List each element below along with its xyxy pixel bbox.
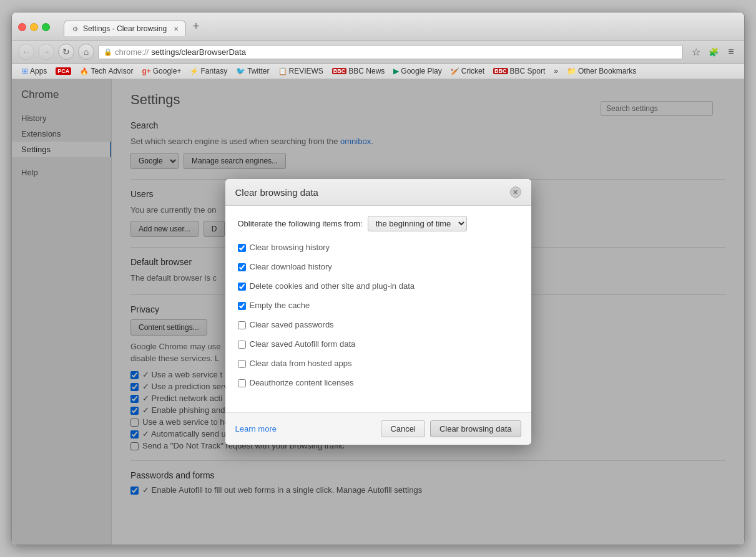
bookmark-tech-advisor[interactable]: 🔥 Tech Advisor (76, 65, 137, 77)
obliterate-label: Obliterate the following items from: (238, 219, 363, 228)
lock-icon: 🔒 (104, 48, 112, 56)
back-button[interactable]: ← (18, 44, 34, 60)
bookmark-more[interactable]: » (550, 65, 562, 77)
bookmark-apps[interactable]: ⊞ Apps (18, 65, 51, 77)
maximize-window-button[interactable] (42, 23, 50, 31)
tab-label: Settings - Clear browsing (83, 24, 167, 33)
nav-bar: ← → ↻ ⌂ 🔒 chrome://settings/clearBrowser… (12, 41, 744, 64)
traffic-lights (18, 23, 50, 31)
cb-passwords[interactable] (238, 321, 246, 329)
bookmark-fantasy-label: Fantasy (200, 67, 227, 75)
home-button[interactable]: ⌂ (78, 44, 94, 60)
address-bar[interactable]: 🔒 chrome://settings/clearBrowserData (98, 45, 683, 59)
dialog-cb-row-hosted-apps: Clear data from hosted apps (238, 359, 519, 368)
new-tab-button[interactable]: + (187, 17, 205, 35)
minimize-window-button[interactable] (30, 23, 38, 31)
bookmark-bbc-sport[interactable]: BBC BBC Sport (489, 65, 549, 77)
dialog-cb-row-passwords: Clear saved passwords (238, 320, 519, 329)
bookmark-google-plus-label: Google+ (153, 67, 182, 75)
cb-browsing-history-label: Clear browsing history (250, 243, 330, 252)
dialog-cb-row-cookies: Delete cookies and other site and plug-i… (238, 281, 519, 291)
time-range-select[interactable]: the beginning of time the past hour the … (368, 216, 467, 231)
cb-cache-label: Empty the cache (250, 301, 310, 310)
dialog-checkboxes: Clear browsing history Clear download hi… (238, 240, 519, 390)
extensions-icon[interactable]: 🧩 (707, 45, 720, 59)
bookmark-star-icon[interactable]: ☆ (689, 45, 703, 59)
dialog-cb-row-cache: Empty the cache (238, 301, 519, 310)
active-tab[interactable]: ⚙ Settings - Clear browsing ✕ (64, 21, 186, 36)
browser-window: ⚙ Settings - Clear browsing ✕ + ← → ↻ ⌂ … (11, 12, 745, 545)
url-path: settings/clearBrowserData (151, 47, 246, 57)
cb-autofill[interactable] (238, 341, 246, 349)
bookmark-twitter[interactable]: 🐦 Twitter (232, 65, 273, 77)
dialog-title: Clear browsing data (235, 187, 318, 198)
bookmark-fantasy[interactable]: ⚡ Fantasy (186, 65, 231, 77)
modal-overlay: Clear browsing data ✕ Obliterate the fol… (12, 79, 744, 545)
url-scheme: chrome:// (115, 47, 149, 57)
tab-bar: ⚙ Settings - Clear browsing ✕ + (64, 17, 205, 36)
dialog-title-bar: Clear browsing data ✕ (225, 179, 531, 206)
reload-button[interactable]: ↻ (58, 44, 74, 60)
dialog-cb-row-licenses: Deauthorize content licenses (238, 378, 519, 387)
clear-browsing-data-button[interactable]: Clear browsing data (430, 420, 521, 437)
bookmark-apps-label: Apps (30, 67, 47, 75)
cb-browsing-history[interactable] (238, 244, 246, 252)
cb-licenses-label: Deauthorize content licenses (250, 378, 354, 387)
cancel-button[interactable]: Cancel (381, 420, 425, 437)
cb-download-history[interactable] (238, 263, 246, 271)
bookmark-tech-advisor-label: Tech Advisor (91, 67, 133, 75)
bookmark-other-label: Other Bookmarks (578, 67, 636, 75)
bookmark-cricket[interactable]: 🏏 Cricket (447, 65, 488, 77)
menu-icon[interactable]: ≡ (724, 45, 738, 59)
title-bar: ⚙ Settings - Clear browsing ✕ + (12, 12, 744, 41)
dialog-cb-row-download-history: Clear download history (238, 262, 519, 271)
dialog-close-button[interactable]: ✕ (510, 186, 521, 198)
bookmark-google-play-label: Google Play (401, 67, 441, 75)
dialog-body: Obliterate the following items from: the… (225, 206, 531, 412)
cb-cookies-label: Delete cookies and other site and plug-i… (250, 281, 415, 291)
bookmark-other[interactable]: 📁 Other Bookmarks (563, 65, 640, 77)
bookmark-google-plus[interactable]: g+ Google+ (138, 65, 185, 77)
bookmark-reviews-label: REVIEWS (289, 67, 323, 75)
bookmark-bbc-news-label: BBC News (348, 67, 385, 75)
cb-licenses[interactable] (238, 379, 246, 387)
bookmark-cricket-label: Cricket (461, 67, 484, 75)
cb-hosted-apps[interactable] (238, 360, 246, 368)
tab-close-button[interactable]: ✕ (172, 24, 180, 33)
bookmark-google-play[interactable]: ▶ Google Play (390, 65, 445, 77)
cb-download-history-label: Clear download history (250, 262, 332, 271)
learn-more-link[interactable]: Learn more (235, 424, 277, 433)
content-area: Chrome History Extensions Settings Help … (12, 79, 744, 545)
close-window-button[interactable] (18, 23, 26, 31)
cb-cache[interactable] (238, 302, 246, 310)
dialog-cb-row-browsing-history: Clear browsing history (238, 243, 519, 252)
tab-favicon: ⚙ (71, 24, 79, 33)
obliterate-row: Obliterate the following items from: the… (238, 216, 519, 231)
bookmark-pca[interactable]: PCA (52, 66, 75, 76)
cb-hosted-apps-label: Clear data from hosted apps (250, 359, 352, 368)
dialog-footer: Learn more Cancel Clear browsing data (225, 412, 531, 445)
forward-button[interactable]: → (38, 44, 54, 60)
nav-icons: ☆ 🧩 ≡ (689, 45, 738, 59)
bookmark-reviews[interactable]: 📋 REVIEWS (275, 65, 327, 77)
bookmarks-bar: ⊞ Apps PCA 🔥 Tech Advisor g+ Google+ ⚡ F… (12, 64, 744, 79)
dialog-cb-row-autofill: Clear saved Autofill form data (238, 339, 519, 349)
bookmark-bbc-news[interactable]: BBC BBC News (328, 65, 389, 77)
dialog-footer-buttons: Cancel Clear browsing data (381, 420, 521, 437)
clear-browsing-data-dialog: Clear browsing data ✕ Obliterate the fol… (225, 179, 531, 445)
cb-autofill-label: Clear saved Autofill form data (250, 339, 356, 349)
bookmark-bbc-sport-label: BBC Sport (510, 67, 546, 75)
bookmark-twitter-label: Twitter (247, 67, 269, 75)
cb-cookies[interactable] (238, 283, 246, 291)
cb-passwords-label: Clear saved passwords (250, 320, 334, 329)
